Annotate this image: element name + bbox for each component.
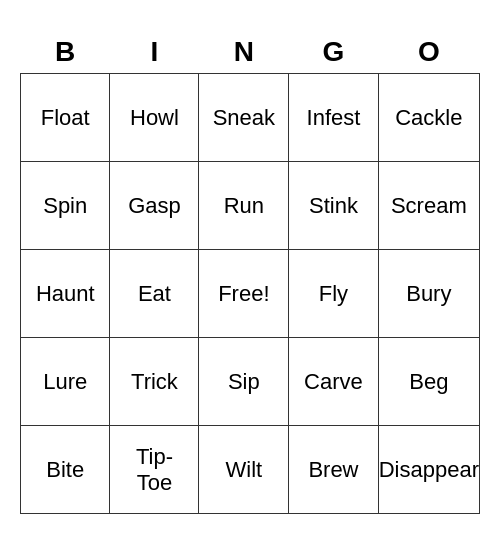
bingo-cell-1-0[interactable]: Spin bbox=[21, 162, 110, 250]
bingo-cell-2-1[interactable]: Eat bbox=[110, 250, 199, 338]
bingo-cell-0-2[interactable]: Sneak bbox=[199, 74, 289, 162]
bingo-cell-3-3[interactable]: Carve bbox=[289, 338, 378, 426]
bingo-cell-2-3[interactable]: Fly bbox=[289, 250, 378, 338]
bingo-cell-1-3[interactable]: Stink bbox=[289, 162, 378, 250]
bingo-cell-1-2[interactable]: Run bbox=[199, 162, 289, 250]
bingo-cell-0-3[interactable]: Infest bbox=[289, 74, 378, 162]
bingo-cell-4-2[interactable]: Wilt bbox=[199, 426, 289, 514]
bingo-header-B: B bbox=[21, 30, 110, 74]
bingo-header-I: I bbox=[110, 30, 199, 74]
bingo-row-3: LureTrickSipCarveBeg bbox=[21, 338, 480, 426]
bingo-cell-4-4[interactable]: Disappear bbox=[378, 426, 479, 514]
bingo-cell-0-0[interactable]: Float bbox=[21, 74, 110, 162]
bingo-header-G: G bbox=[289, 30, 378, 74]
bingo-card: BINGO FloatHowlSneakInfestCackleSpinGasp… bbox=[20, 30, 480, 515]
bingo-cell-2-2[interactable]: Free! bbox=[199, 250, 289, 338]
bingo-row-1: SpinGaspRunStinkScream bbox=[21, 162, 480, 250]
bingo-header-N: N bbox=[199, 30, 289, 74]
bingo-row-2: HauntEatFree!FlyBury bbox=[21, 250, 480, 338]
bingo-cell-2-4[interactable]: Bury bbox=[378, 250, 479, 338]
bingo-cell-1-1[interactable]: Gasp bbox=[110, 162, 199, 250]
bingo-cell-0-1[interactable]: Howl bbox=[110, 74, 199, 162]
bingo-cell-3-1[interactable]: Trick bbox=[110, 338, 199, 426]
bingo-row-4: BiteTip-ToeWiltBrewDisappear bbox=[21, 426, 480, 514]
bingo-cell-4-0[interactable]: Bite bbox=[21, 426, 110, 514]
bingo-cell-4-1[interactable]: Tip-Toe bbox=[110, 426, 199, 514]
bingo-cell-0-4[interactable]: Cackle bbox=[378, 74, 479, 162]
bingo-header-O: O bbox=[378, 30, 479, 74]
bingo-cell-1-4[interactable]: Scream bbox=[378, 162, 479, 250]
bingo-cell-3-2[interactable]: Sip bbox=[199, 338, 289, 426]
bingo-cell-3-4[interactable]: Beg bbox=[378, 338, 479, 426]
bingo-cell-2-0[interactable]: Haunt bbox=[21, 250, 110, 338]
bingo-cell-4-3[interactable]: Brew bbox=[289, 426, 378, 514]
bingo-cell-3-0[interactable]: Lure bbox=[21, 338, 110, 426]
bingo-row-0: FloatHowlSneakInfestCackle bbox=[21, 74, 480, 162]
